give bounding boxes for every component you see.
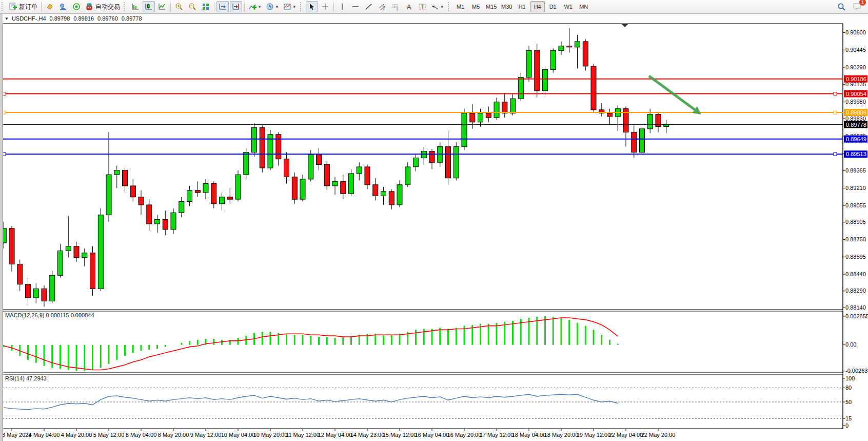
macd-main-value: 0.000115 [46,312,69,318]
mt4-terminal: 新订单 自动交易 [0,0,868,441]
chevron-down-icon: ▼ [275,5,279,9]
time-axis-label: 19 May 12:00 [577,432,611,438]
auto-trading-icon [85,3,93,11]
hline-handle[interactable] [834,152,837,156]
svg-text:0.90054: 0.90054 [846,91,866,97]
candle [308,150,313,181]
horizontal-line-button[interactable] [349,1,362,12]
rsi-pane[interactable] [3,374,843,429]
timeframe-button-m1[interactable]: M1 [453,1,468,12]
trendline-button[interactable] [363,1,375,12]
svg-text:0.89778: 0.89778 [846,122,866,128]
bar-chart-icon [131,3,140,11]
time-axis-label: 14 May 23:00 [350,432,385,438]
candlestick-chart-button[interactable] [143,1,155,12]
candle [462,109,467,150]
mql5-community-button[interactable] [57,1,69,12]
notification-count-badge: 1 [859,0,866,6]
bar-chart-button[interactable] [129,1,142,12]
arrows-shapes-button[interactable]: ▼ [429,1,446,12]
text-button[interactable]: A [403,1,415,12]
price-axis-label: 0.89980 [845,99,866,105]
templates-button[interactable]: ▼ [282,1,298,12]
timeframe-button-m30[interactable]: M30 [500,1,514,12]
timeframe-button-m5[interactable]: M5 [469,1,483,12]
equidistant-channel-icon: E [378,3,386,11]
line-chart-button[interactable] [156,1,168,12]
price-badge-resistance: 0.90054 [844,90,867,98]
time-axis-label: 18 May 04:00 [512,432,546,438]
crosshair-button[interactable] [319,1,331,12]
timeframe-button-w1[interactable]: W1 [561,1,576,12]
timeframe-button-d1[interactable]: D1 [546,1,560,12]
candle [90,246,95,296]
rsi-label: RSI(14) [5,375,25,381]
price-axis-label: 0.89210 [845,185,866,191]
candle [543,66,548,95]
mql5-community-icon [59,3,67,11]
time-axis-label: 10 May 04:00 [221,432,255,438]
chart-shift-button[interactable] [230,1,242,12]
zoom-in-button[interactable] [173,1,185,12]
toolbar-grip[interactable] [300,2,304,11]
price-axis-label: 0.90600 [845,29,866,35]
toolbar-grip[interactable] [124,2,127,11]
periods-button[interactable]: ▼ [264,1,281,12]
candle [268,130,273,170]
fibonacci-button[interactable]: F [389,1,402,12]
timeframe-button-m15[interactable]: M15 [484,1,499,12]
price-axis-label: 0.89365 [845,167,866,174]
cursor-arrow-icon [308,3,316,11]
auto-trading-label: 自动交易 [95,3,120,11]
zoom-out-button[interactable] [186,1,199,12]
price-axis-label: 0.90290 [845,64,866,70]
chart-canvas[interactable]: 0.906000.904450.902900.901350.899800.898… [0,0,868,441]
new-order-button[interactable]: 新订单 [7,1,39,12]
text-label-button[interactable]: T [416,1,428,12]
new-order-icon [9,3,17,11]
rsi-value: 47.2943 [26,375,47,381]
auto-scroll-button[interactable] [216,1,229,12]
macd-label-row: MACD(12,26,9) 0.000115 0.000844 [5,312,94,318]
collapse-triangle-icon[interactable]: ▼ [5,16,9,21]
favorites-button[interactable] [44,1,56,12]
ohlc-high: 0.89816 [73,15,94,22]
search-button[interactable] [835,1,847,12]
signals-button[interactable] [70,1,83,12]
timeframe-button-mn[interactable]: MN [577,1,591,12]
window-left-edge [0,14,3,441]
price-pane[interactable] [3,24,843,310]
indicators-button[interactable]: ▼ [247,1,263,12]
candle [453,142,459,180]
cursor-button[interactable] [306,1,318,12]
price-axis-label: 0.88440 [845,271,866,277]
hline-handle[interactable] [834,111,837,114]
toolbar-grip[interactable] [2,2,5,11]
toolbar-grip[interactable] [448,2,451,11]
tile-windows-icon [202,3,210,11]
notifications-button[interactable]: 1 [851,1,863,12]
price-axis-label: 0.90445 [845,47,866,53]
trendline-icon [365,3,373,11]
hline-handle[interactable] [834,92,837,95]
rsi-axis-label: 100 [845,375,855,381]
tile-windows-button[interactable] [200,1,212,12]
time-axis-label: 18 May 20:00 [544,432,579,438]
auto-trading-button[interactable]: 自动交易 [84,1,122,12]
price-badge-current-price: 0.89778 [844,121,867,128]
timeframe-toolbar: M1M5M15M30H1H4D1W1MN [453,1,591,12]
time-axis-label: 5 May 12:00 [93,432,125,438]
price-badge-support: 0.89649 [844,136,867,143]
rsi-axis-label: 50 [845,399,852,405]
candle [235,170,241,202]
equidistant-channel-button[interactable]: E [376,1,388,12]
timeframe-button-h1[interactable]: H1 [515,1,529,12]
price-axis-label: 0.88290 [845,287,866,294]
svg-text:E: E [383,7,386,11]
ohlc-low: 0.89760 [97,15,118,22]
timeframe-button-h4[interactable]: H4 [530,1,545,12]
zoom-out-icon [188,3,196,11]
crosshair-icon [321,3,329,11]
time-axis-label: 8 May 20:00 [158,432,189,438]
vertical-line-button[interactable] [336,1,348,12]
